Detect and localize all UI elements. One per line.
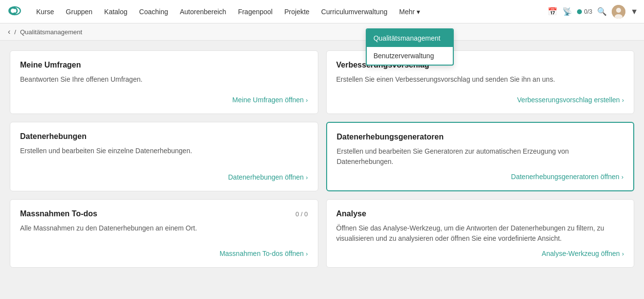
card-link-datenerhebungen[interactable]: Datenerhebungen öffnen ›	[20, 173, 308, 181]
nav-curriculum[interactable]: Curriculumverwaltung	[316, 5, 392, 19]
nav-projekte[interactable]: Projekte	[279, 5, 314, 19]
online-dot	[577, 9, 582, 14]
card-desc-meine-umfragen: Beantworten Sie Ihre offenen Umfragen.	[20, 74, 308, 90]
card-desc-datenerhebungen: Erstellen und bearbeiten Sie einzelne Da…	[20, 146, 308, 167]
nav-fragenpool[interactable]: Fragenpool	[233, 5, 278, 19]
card-title-meine-umfragen: Meine Umfragen	[20, 61, 308, 69]
search-icon[interactable]: 🔍	[597, 7, 607, 16]
status-indicator: 0/3	[577, 8, 592, 15]
status-count: 0/3	[584, 8, 592, 15]
mehr-dropdown-container: Mehr ▾ Qualitätsmanagement Benutzerverwa…	[394, 5, 425, 19]
card-massnahmen-todos: Massnahmen To-dos 0 / 0 Alle Massnahmen …	[10, 199, 318, 268]
card-datenerhebungsgeneratoren: Datenerhebungsgeneratoren Erstellen und …	[326, 122, 635, 191]
card-datenerhebungen: Datenerhebungen Erstellen und bearbeiten…	[10, 122, 318, 191]
chevron-right-icon: ›	[306, 96, 308, 104]
nav-coaching[interactable]: Coaching	[134, 5, 173, 19]
user-chevron-icon[interactable]: ▼	[630, 7, 638, 16]
card-link-massnahmen-todos[interactable]: Massnahmen To-dos öffnen ›	[20, 250, 308, 257]
main-content-grid: Meine Umfragen Beantworten Sie Ihre offe…	[0, 41, 644, 277]
card-title-analyse: Analyse	[336, 209, 624, 218]
dropdown-item-benutzerverwaltung[interactable]: Benutzerverwaltung	[367, 47, 453, 65]
nav-gruppen[interactable]: Gruppen	[61, 5, 97, 19]
chevron-right-icon: ›	[622, 250, 624, 257]
card-desc-datenerhebungsgeneratoren: Erstellen und bearbeiten Sie Generatoren…	[337, 146, 624, 167]
card-desc-analyse: Öffnen Sie das Analyse-Werkzeug, um die …	[336, 223, 624, 244]
card-link-analyse[interactable]: Analyse-Werkzeug öffnen ›	[336, 250, 624, 257]
nav-kurse[interactable]: Kurse	[31, 5, 59, 19]
mehr-chevron-icon: ▾	[417, 8, 420, 16]
chevron-right-icon: ›	[622, 173, 623, 181]
card-link-verbesserungsvorschlag[interactable]: Verbesserungsvorschlag erstellen ›	[336, 96, 624, 104]
card-meine-umfragen: Meine Umfragen Beantworten Sie Ihre offe…	[10, 50, 318, 114]
breadcrumb-current: Qualitätsmanagement	[20, 28, 82, 36]
card-title-datenerhebungsgeneratoren: Datenerhebungsgeneratoren	[337, 133, 624, 141]
feed-icon[interactable]: 📡	[562, 7, 572, 16]
calendar-icon[interactable]: 📅	[548, 7, 557, 16]
chevron-right-icon: ›	[306, 250, 308, 257]
card-badge-massnahmen: 0 / 0	[295, 210, 308, 218]
card-title-massnahmen-todos: Massnahmen To-dos 0 / 0	[20, 209, 308, 218]
nav-links: Kurse Gruppen Katalog Coaching Autorenbe…	[31, 5, 548, 19]
top-navigation: Kurse Gruppen Katalog Coaching Autorenbe…	[0, 0, 644, 23]
nav-autorenbereich[interactable]: Autorenbereich	[175, 5, 231, 19]
card-link-datenerhebungsgeneratoren[interactable]: Datenerhebungsgeneratoren öffnen ›	[337, 173, 624, 181]
card-desc-verbesserungsvorschlag: Erstellen Sie einen Verbesserungsvorschl…	[336, 74, 624, 90]
card-desc-massnahmen-todos: Alle Massnahmen zu den Datenerhebungen a…	[20, 223, 308, 244]
user-avatar[interactable]	[612, 5, 625, 19]
logo[interactable]	[6, 5, 23, 18]
breadcrumb: ‹ / Qualitätsmanagement	[0, 23, 644, 41]
card-title-datenerhebungen: Datenerhebungen	[20, 132, 308, 141]
card-link-meine-umfragen[interactable]: Meine Umfragen öffnen ›	[20, 96, 308, 104]
chevron-right-icon: ›	[622, 96, 624, 104]
breadcrumb-back-button[interactable]: ‹	[8, 27, 10, 36]
chevron-right-icon: ›	[306, 174, 308, 181]
dropdown-item-qualitaetsmanagement[interactable]: Qualitätsmanagement	[367, 29, 453, 47]
nav-right-icons: 📅 📡 0/3 🔍 ▼	[548, 5, 638, 19]
nav-katalog[interactable]: Katalog	[99, 5, 132, 19]
card-analyse: Analyse Öffnen Sie das Analyse-Werkzeug,…	[326, 199, 635, 268]
mehr-dropdown-menu: Qualitätsmanagement Benutzerverwaltung	[366, 28, 454, 66]
svg-point-2	[616, 8, 621, 13]
breadcrumb-separator: /	[14, 28, 16, 36]
nav-mehr[interactable]: Mehr ▾	[394, 5, 425, 19]
